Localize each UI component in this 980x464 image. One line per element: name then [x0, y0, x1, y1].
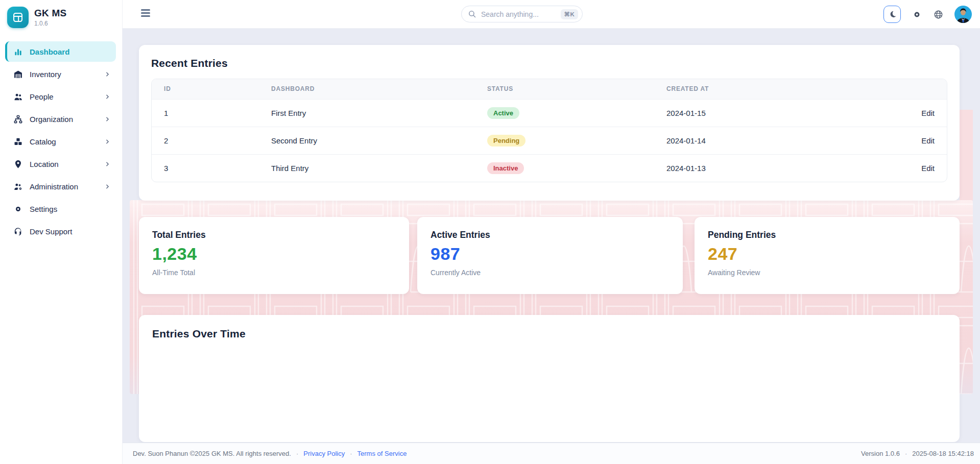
stat-title: Pending Entries — [708, 230, 946, 240]
footer-separator: · — [350, 450, 352, 457]
users-gear-icon — [13, 182, 23, 191]
sidebar: GK MS 1.0.6 Dashboard Inventory — [0, 0, 123, 464]
app-logo[interactable]: GK MS 1.0.6 — [0, 0, 122, 33]
user-avatar[interactable] — [954, 6, 972, 23]
table-row: 3 Third Entry Inactive 2024-01-13 Edit — [152, 154, 947, 182]
settings-button[interactable] — [912, 9, 922, 20]
footer: Dev. Suon Phanun ©2025 GK MS. All rights… — [123, 443, 980, 464]
moon-icon — [888, 10, 897, 19]
warehouse-icon — [13, 69, 23, 79]
sidebar-item-label: Inventory — [30, 70, 98, 79]
app-logo-icon — [7, 7, 29, 28]
topbar: ⌘K — [123, 0, 980, 29]
stat-subtitle: All-Time Total — [152, 268, 396, 277]
entries-over-time-title: Entries Over Time — [152, 328, 946, 340]
sidebar-item-label: People — [30, 92, 98, 101]
gear-icon — [13, 204, 23, 214]
footer-separator: · — [296, 450, 298, 457]
version-text: Version 1.0.6 — [861, 450, 900, 457]
column-header-created-at: CREATED AT — [654, 79, 875, 99]
stat-card-total-entries: Total Entries 1,234 All-Time Total — [139, 217, 409, 294]
stat-subtitle: Awaiting Review — [708, 268, 946, 277]
recent-entries-table: ID DASHBOARD STATUS CREATED AT 1 First E… — [151, 79, 947, 182]
recent-entries-card: Recent Entries ID DASHBOARD STATUS CREAT… — [139, 45, 960, 201]
cell-dashboard: Second Entry — [259, 127, 475, 154]
language-button[interactable] — [933, 9, 944, 20]
sidebar-item-catalog[interactable]: Catalog — [5, 131, 116, 152]
app-root: { "app": { "name": "GK MS", "version": "… — [0, 0, 980, 464]
cell-id: 3 — [152, 154, 259, 182]
status-badge: Inactive — [487, 162, 524, 174]
sidebar-item-settings[interactable]: Settings — [5, 199, 116, 219]
stat-value: 247 — [708, 244, 946, 264]
sidebar-item-location[interactable]: Location — [5, 154, 116, 174]
sidebar-nav: Dashboard Inventory Peop — [0, 41, 122, 241]
search-input[interactable] — [481, 10, 556, 18]
recent-entries-title: Recent Entries — [151, 57, 947, 69]
sidebar-item-label: Location — [30, 160, 98, 168]
sidebar-item-label: Dev Support — [30, 227, 111, 236]
sidebar-item-inventory[interactable]: Inventory — [5, 64, 116, 84]
cell-created-at: 2024-01-13 — [654, 154, 875, 182]
sitemap-icon — [13, 114, 23, 124]
footer-left: Dev. Suon Phanun ©2025 GK MS. All rights… — [133, 450, 407, 457]
edit-link[interactable]: Edit — [921, 109, 935, 117]
chevron-right-icon — [104, 71, 111, 78]
chevron-right-icon — [104, 93, 111, 100]
timestamp-text: 2025-08-18 15:42:18 — [912, 450, 974, 457]
cell-dashboard: Third Entry — [259, 154, 475, 182]
edit-link[interactable]: Edit — [921, 164, 935, 173]
cell-created-at: 2024-01-15 — [654, 99, 875, 127]
terms-of-service-link[interactable]: Terms of Service — [357, 450, 407, 457]
table-header-row: ID DASHBOARD STATUS CREATED AT — [152, 79, 947, 99]
privacy-policy-link[interactable]: Privacy Policy — [303, 450, 345, 457]
sidebar-item-organization[interactable]: Organization — [5, 109, 116, 129]
dark-mode-toggle-button[interactable] — [883, 6, 901, 23]
sidebar-item-label: Organization — [30, 115, 98, 124]
cell-created-at: 2024-01-14 — [654, 127, 875, 154]
boxes-icon — [13, 137, 23, 146]
globe-icon — [933, 9, 944, 20]
footer-right: Version 1.0.6 · 2025-08-18 15:42:18 — [861, 450, 974, 457]
sidebar-item-administration[interactable]: Administration — [5, 176, 116, 197]
app-version: 1.0.6 — [34, 20, 66, 27]
column-header-dashboard: DASHBOARD — [259, 79, 475, 99]
stat-title: Total Entries — [152, 230, 396, 240]
main-content: Recent Entries ID DASHBOARD STATUS CREAT… — [123, 29, 980, 443]
stat-title: Active Entries — [431, 230, 670, 240]
sidebar-item-dashboard[interactable]: Dashboard — [5, 41, 116, 62]
stat-card-pending-entries: Pending Entries 247 Awaiting Review — [695, 217, 960, 294]
headset-icon — [13, 227, 23, 236]
menu-toggle-button[interactable] — [141, 9, 150, 18]
topbar-actions — [883, 0, 972, 29]
global-search[interactable]: ⌘K — [461, 6, 583, 22]
stat-value: 987 — [431, 244, 670, 264]
stat-value: 1,234 — [152, 244, 396, 264]
copyright-text: Dev. Suon Phanun ©2025 GK MS. All rights… — [133, 450, 291, 457]
app-title-block: GK MS 1.0.6 — [34, 8, 66, 27]
column-header-id: ID — [152, 79, 259, 99]
footer-separator: · — [905, 450, 907, 457]
status-badge: Active — [487, 107, 519, 119]
status-badge: Pending — [487, 135, 525, 146]
gear-icon — [912, 9, 922, 20]
people-icon — [13, 92, 23, 102]
map-pin-icon — [13, 159, 23, 169]
stat-card-active-entries: Active Entries 987 Currently Active — [417, 217, 683, 294]
chevron-right-icon — [104, 161, 111, 167]
sidebar-item-label: Administration — [30, 182, 98, 191]
chevron-right-icon — [104, 116, 111, 123]
sidebar-item-label: Dashboard — [30, 47, 111, 56]
column-header-status: STATUS — [475, 79, 654, 99]
sidebar-item-people[interactable]: People — [5, 86, 116, 107]
entries-over-time-card: Entries Over Time — [139, 315, 960, 442]
sidebar-item-label: Settings — [30, 205, 111, 213]
edit-link[interactable]: Edit — [921, 136, 935, 145]
table-row: 2 Second Entry Pending 2024-01-14 Edit — [152, 127, 947, 154]
table-row: 1 First Entry Active 2024-01-15 Edit — [152, 99, 947, 127]
chevron-right-icon — [104, 138, 111, 145]
cell-id: 1 — [152, 99, 259, 127]
watermark-background — [960, 110, 973, 201]
sidebar-item-dev-support[interactable]: Dev Support — [5, 221, 116, 241]
cell-dashboard: First Entry — [259, 99, 475, 127]
